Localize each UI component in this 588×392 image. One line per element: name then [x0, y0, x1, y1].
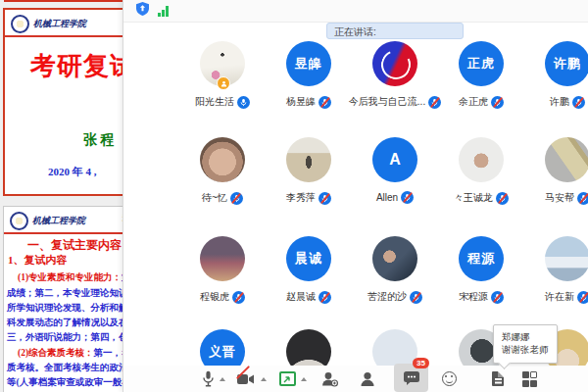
host-badge-icon [217, 76, 230, 90]
header-rule [4, 232, 128, 234]
slide-2-content-page[interactable]: 机械工程学院 科 一、复试主要内容 1、复试内容 (1)专业素质和专业能力：第一… [3, 206, 129, 392]
avatar: 昱皞 [286, 41, 331, 86]
participant-name: 待~忆 [202, 191, 227, 205]
slide2-line5: 三，外语听说能力；第四，创新精 [7, 331, 129, 344]
mic-muted-icon [318, 291, 331, 304]
participant-tile[interactable]: 马安帮 [524, 137, 588, 205]
college-emblem-icon [10, 212, 28, 230]
participant-nameline: 杨昱皞 [286, 95, 331, 109]
mic-muted-icon [572, 96, 585, 109]
microphone-button[interactable] [199, 366, 217, 392]
participant-name: Allen [376, 192, 398, 203]
slide2-line4: 科发展动态的了解情况以及在本专 [7, 317, 129, 329]
microphone-options-caret[interactable] [219, 366, 226, 392]
participant-nameline: 马安帮 [545, 191, 588, 205]
avatar [200, 137, 245, 182]
participant-tile[interactable]: 正虎余正虎 [438, 41, 524, 109]
chat-button[interactable] [402, 366, 421, 392]
college-emblem-icon [11, 15, 29, 33]
avatar [545, 236, 588, 281]
participant-tile[interactable]: 李秀萍 [266, 137, 352, 205]
chat-sender-name: 郑娜娜 [502, 330, 557, 343]
avatar-initials: 许鹏 [554, 55, 581, 73]
meeting-toolbar: 35 [123, 366, 588, 392]
participant-name: 余正虎 [459, 95, 488, 109]
participant-name: 杨昱皞 [286, 95, 316, 109]
participant-tile[interactable]: 今后我与自己流... [352, 41, 438, 109]
participant-tile[interactable]: 苦涩的沙 [352, 236, 438, 304]
participant-tile[interactable]: 程源宋程源 [438, 236, 524, 304]
participant-tile[interactable]: 昱皞杨昱皞 [266, 41, 352, 109]
notes-document-button[interactable] [488, 366, 508, 392]
participant-name: 々王诚龙 [454, 191, 493, 205]
chat-message-popup[interactable]: 郑娜娜 谢谢张老师 [493, 324, 558, 364]
document-icon [492, 371, 504, 386]
avatar-initials: A [389, 151, 401, 169]
participant-tile[interactable]: 阳光生活 [179, 41, 266, 109]
slide2-subheading: 1、复试内容 [8, 253, 68, 268]
avatar-initials: 昱皞 [295, 55, 322, 73]
participant-tile[interactable]: 许在新 [524, 236, 588, 304]
mic-muted-icon [401, 191, 414, 204]
avatar [372, 41, 417, 86]
emoji-reactions-button[interactable] [439, 366, 459, 392]
mic-muted-icon [496, 192, 509, 205]
slide-1-title-page[interactable]: 机械工程学院 科 考研复试 张 程 2020 年 4 , [3, 8, 131, 196]
participant-tile[interactable]: 々王诚龙 [438, 137, 524, 205]
mic-muted-icon [491, 291, 504, 304]
camera-options-caret[interactable] [260, 366, 268, 392]
header-rule [5, 35, 129, 37]
meeting-topbar [123, 0, 588, 23]
participant-row: 阳光生活昱皞杨昱皞今后我与自己流...正虎余正虎许鹏许鹏 [179, 41, 588, 109]
camera-off-button[interactable] [235, 366, 255, 392]
participant-nameline: 阳光生活 [195, 95, 250, 109]
participant-nameline: 苦涩的沙 [368, 290, 422, 304]
mic-muted-icon [318, 192, 331, 205]
slide1-title: 考研复试 [30, 49, 131, 83]
avatar [200, 236, 245, 281]
participants-button[interactable] [358, 366, 377, 392]
layout-grid-button[interactable] [519, 366, 539, 392]
slide2-line8: 等(人事档案审查或政审一般在发 [7, 376, 129, 389]
participant-nameline: 々王诚龙 [454, 191, 509, 205]
college-name: 机械工程学院 [32, 215, 85, 227]
participant-nameline: 李秀萍 [286, 191, 331, 205]
participant-name: 今后我与自己流... [349, 95, 425, 109]
participant-tile[interactable]: 许鹏许鹏 [524, 41, 588, 109]
participant-name: 许在新 [545, 290, 574, 304]
avatar-initials: 正虎 [467, 55, 495, 73]
screen-share-options-caret[interactable] [300, 366, 308, 392]
presenter-name: 张 程 [83, 131, 115, 149]
participant-nameline: Allen [376, 191, 414, 204]
chat-message-text: 谢谢张老师 [502, 343, 557, 356]
security-shield-icon[interactable] [136, 2, 149, 20]
avatar: 程源 [459, 236, 504, 281]
participant-nameline: 程银虎 [200, 290, 245, 304]
mic-muted-icon [232, 291, 245, 304]
participant-tile[interactable]: 待~忆 [179, 137, 266, 205]
slide2-line7: 质考核。全面考核考生的政治态度 [7, 362, 129, 374]
participant-name: 李秀萍 [286, 191, 316, 205]
slide2-header: 机械工程学院 [10, 212, 85, 230]
participant-name: 许鹏 [550, 95, 569, 109]
mic-on-icon [237, 96, 250, 109]
invite-member-button[interactable] [319, 366, 339, 392]
avatar: 许鹏 [545, 41, 588, 86]
avatar: A [372, 137, 417, 182]
avatar-initials: 程源 [467, 250, 495, 268]
slide2-heading: 一、复试主要内容 [27, 237, 122, 254]
screen-share-button[interactable] [277, 366, 297, 392]
participant-tile[interactable]: AAllen [352, 137, 438, 205]
slide-date: 2020 年 4 , [48, 165, 97, 179]
participant-tile[interactable]: 晨诚赵晨诚 [266, 236, 352, 304]
network-signal-icon[interactable] [158, 6, 169, 17]
participant-name: 阳光生活 [195, 95, 234, 109]
participant-name: 宋程源 [459, 290, 488, 304]
participant-name: 赵晨诚 [286, 290, 316, 304]
mic-muted-icon [577, 192, 588, 205]
speaking-indicator-tooltip: 正在讲话: [326, 23, 464, 39]
participant-name: 苦涩的沙 [368, 290, 407, 304]
participant-tile[interactable]: 程银虎 [179, 236, 266, 304]
layout-grid-icon [522, 371, 537, 386]
meeting-window: 正在讲话: 阳光生活昱皞杨昱皞今后我与自己流...正虎余正虎许鹏许鹏待~忆李秀萍… [122, 0, 588, 392]
